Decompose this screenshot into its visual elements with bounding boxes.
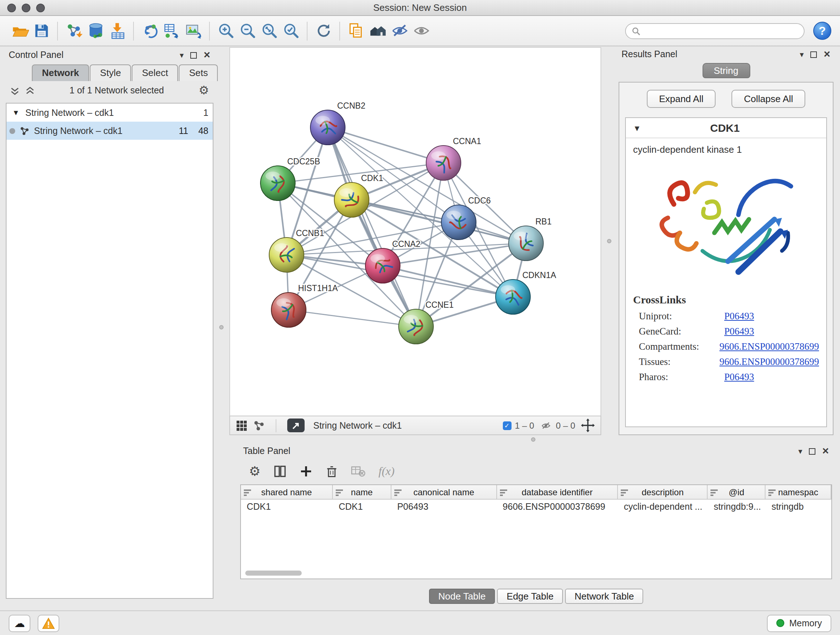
- collapse-all-button[interactable]: Collapse All: [732, 90, 806, 108]
- scrollbar-thumb[interactable]: [245, 570, 302, 576]
- home-button[interactable]: [367, 20, 388, 42]
- collapse-all-icon[interactable]: [10, 86, 19, 95]
- zoom-in-button[interactable]: [215, 20, 237, 42]
- column-header[interactable]: shared name: [241, 485, 333, 499]
- tab-network[interactable]: Network: [32, 65, 89, 81]
- function-builder-icon[interactable]: f(x): [378, 465, 394, 478]
- expand-all-icon[interactable]: [25, 86, 35, 95]
- tab-sets[interactable]: Sets: [179, 65, 218, 81]
- panel-close-icon[interactable]: ✕: [823, 49, 831, 59]
- memory-button[interactable]: Memory: [767, 614, 831, 632]
- show-columns-icon[interactable]: [273, 465, 286, 478]
- panel-menu-icon[interactable]: ▾: [798, 447, 802, 456]
- duplicate-button[interactable]: [345, 20, 367, 42]
- import-network-database-button[interactable]: [85, 20, 106, 42]
- tab-string[interactable]: String: [702, 63, 750, 78]
- node-label-CCNA1: CCNA1: [453, 136, 481, 146]
- panel-close-icon[interactable]: ✕: [203, 50, 210, 60]
- table-row[interactable]: CDK1 CDK1 P06493 9606.ENSP00000378699 cy…: [241, 500, 831, 513]
- export-image-button[interactable]: [182, 20, 204, 42]
- hide-selected-button[interactable]: [388, 20, 410, 42]
- panel-float-icon[interactable]: [809, 448, 815, 454]
- crosslink-link[interactable]: P06493: [724, 326, 754, 337]
- open-session-button[interactable]: [9, 20, 30, 42]
- new-network-button[interactable]: [139, 20, 161, 42]
- delete-column-icon[interactable]: [325, 465, 338, 478]
- show-all-button[interactable]: [410, 20, 432, 42]
- import-table-file-button[interactable]: [106, 20, 128, 42]
- network-node-CCNE1[interactable]: [399, 309, 433, 344]
- network-row[interactable]: String Network – cdk1 11 48: [6, 122, 213, 140]
- column-header[interactable]: description: [618, 485, 708, 499]
- network-node-CCNA2[interactable]: [365, 249, 400, 283]
- network-edge: [289, 310, 416, 326]
- crosslink-link[interactable]: P06493: [724, 371, 754, 383]
- network-node-HIST1H1A[interactable]: [271, 293, 306, 327]
- open-in-browser-button[interactable]: [287, 418, 305, 432]
- save-session-button[interactable]: [30, 20, 52, 42]
- window-close-button[interactable]: [7, 4, 16, 12]
- import-network-file-icon: [65, 22, 83, 40]
- table-options-gear-icon[interactable]: ⚙: [249, 465, 261, 478]
- network-node-CDC25B[interactable]: [261, 166, 295, 201]
- network-collection-row[interactable]: ▼ String Network – cdk1 1: [6, 103, 213, 122]
- crosslink-link[interactable]: P06493: [724, 310, 754, 322]
- tab-network-table[interactable]: Network Table: [565, 589, 643, 604]
- tab-edge-table[interactable]: Edge Table: [497, 589, 563, 604]
- panel-menu-icon[interactable]: ▾: [800, 50, 804, 59]
- column-header[interactable]: database identifier: [497, 485, 618, 499]
- search-input[interactable]: [625, 23, 805, 39]
- clear-table-icon[interactable]: [351, 466, 365, 477]
- pan-crosshair-icon[interactable]: [581, 418, 595, 432]
- panel-close-icon[interactable]: ✕: [822, 446, 829, 456]
- column-sort-icon: [336, 488, 343, 496]
- zoom-fit-button[interactable]: [258, 20, 280, 42]
- disclosure-triangle-icon[interactable]: ▼: [11, 109, 21, 117]
- tab-select[interactable]: Select: [132, 65, 178, 81]
- window-zoom-button[interactable]: [36, 4, 45, 12]
- network-node-RB1[interactable]: [508, 226, 543, 261]
- protein-description: cyclin-dependent kinase 1: [626, 138, 826, 157]
- column-header[interactable]: namespac: [766, 485, 831, 499]
- splitter-handle[interactable]: [607, 239, 611, 243]
- apply-layout-button[interactable]: [313, 20, 334, 42]
- tab-node-table[interactable]: Node Table: [429, 589, 495, 604]
- new-network-from-table-button[interactable]: [161, 20, 182, 42]
- add-column-icon[interactable]: [300, 465, 313, 478]
- network-node-CDC6[interactable]: [441, 205, 476, 240]
- panel-float-icon[interactable]: [190, 52, 197, 58]
- network-options-gear-icon[interactable]: ⚙: [199, 85, 209, 96]
- splitter-handle[interactable]: [531, 437, 535, 442]
- zoom-out-button[interactable]: [237, 20, 258, 42]
- help-icon[interactable]: ?: [813, 22, 831, 40]
- cloud-button[interactable]: ☁: [9, 614, 30, 632]
- horizontal-scrollbar[interactable]: [242, 570, 830, 577]
- network-graph[interactable]: CCNB2CCNA1CDC25BCDK1CDC6RB1CCNB1CCNA2CDK…: [230, 48, 600, 415]
- crosslink-link[interactable]: 9606.ENSP00000378699: [720, 341, 819, 353]
- panel-menu-icon[interactable]: ▾: [180, 50, 184, 60]
- network-node-CCNA1[interactable]: [426, 146, 461, 180]
- selected-checkbox-icon: ✓: [502, 421, 511, 430]
- column-header[interactable]: canonical name: [392, 485, 497, 499]
- warnings-button[interactable]: [38, 614, 59, 632]
- window-minimize-button[interactable]: [22, 4, 30, 12]
- panel-float-icon[interactable]: [810, 51, 817, 57]
- birds-eye-view-icon[interactable]: [236, 420, 248, 431]
- network-node-CDK1[interactable]: [334, 182, 369, 217]
- section-collapse-icon[interactable]: ▼: [633, 124, 641, 132]
- column-header[interactable]: name: [333, 485, 392, 499]
- network-node-CDKN1A[interactable]: [496, 279, 531, 314]
- splitter-handle[interactable]: [219, 325, 224, 329]
- network-node-CCNB2[interactable]: [310, 110, 345, 145]
- search-field[interactable]: [645, 26, 798, 36]
- crosslinks-title: CrossLinks: [633, 294, 819, 306]
- column-header[interactable]: @id: [708, 485, 766, 499]
- expand-all-button[interactable]: Expand All: [647, 90, 716, 108]
- crosslink-link[interactable]: 9606.ENSP00000378699: [720, 356, 819, 368]
- network-view[interactable]: CCNB2CCNA1CDC25BCDK1CDC6RB1CCNB1CCNA2CDK…: [229, 47, 601, 416]
- network-node-CCNB1[interactable]: [269, 238, 304, 272]
- zoom-selected-button[interactable]: [280, 20, 302, 42]
- tab-style[interactable]: Style: [90, 65, 131, 81]
- import-network-file-button[interactable]: [63, 20, 85, 42]
- network-icon[interactable]: [253, 420, 265, 431]
